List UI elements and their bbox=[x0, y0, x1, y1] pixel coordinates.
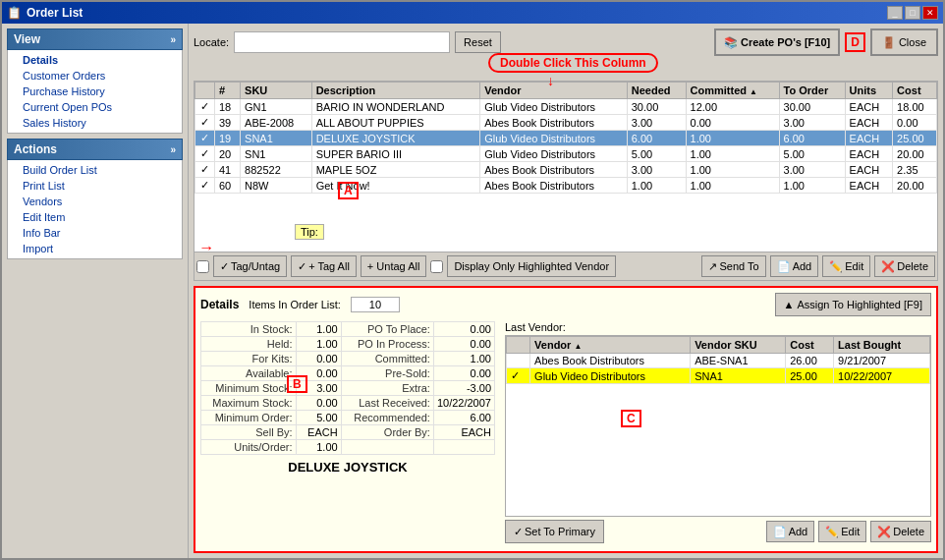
minimize-button[interactable]: _ bbox=[887, 6, 903, 20]
table-row[interactable]: ✓ 18 GN1 BARIO IN WONDERLAND Glub Video … bbox=[195, 99, 937, 115]
vendor-edit-icon: ✏️ bbox=[825, 526, 839, 538]
window-close-button[interactable]: ✕ bbox=[922, 6, 938, 20]
details-title: Details bbox=[200, 298, 239, 311]
table-row[interactable]: ✓ 19 SNA1 DELUXE JOYSTICK Glub Video Dis… bbox=[195, 131, 937, 146]
max-stock-value: 0.00 bbox=[296, 396, 341, 411]
table-delete-button[interactable]: ❌ Delete bbox=[874, 255, 935, 277]
view-expand-icon: » bbox=[170, 34, 176, 45]
sidebar-item-customer-orders[interactable]: Customer Orders bbox=[8, 68, 182, 84]
po-in-process-value: 0.00 bbox=[433, 337, 494, 352]
row-description: Get It Now! bbox=[311, 178, 480, 194]
vendor-edit-button[interactable]: ✏️ Edit bbox=[818, 521, 866, 542]
table-row[interactable]: ✓ 20 SN1 SUPER BARIO III Glub Video Dist… bbox=[195, 146, 937, 162]
details-left: In Stock: 1.00 PO To Place: 0.00 Held: 1… bbox=[200, 321, 495, 546]
po-in-process-label: PO In Process: bbox=[341, 337, 433, 352]
table-add-button[interactable]: 📄 Add bbox=[770, 255, 819, 277]
sidebar-item-edit-item[interactable]: Edit Item bbox=[8, 209, 182, 225]
row-check: ✓ bbox=[195, 131, 215, 146]
vendor-row-check bbox=[507, 354, 530, 368]
tag-untag-checkbox[interactable] bbox=[196, 260, 209, 273]
col-description[interactable]: Description bbox=[311, 83, 480, 99]
row-cost: 20.00 bbox=[893, 178, 937, 194]
row-to-order: 1.00 bbox=[779, 178, 845, 194]
table-edit-button[interactable]: ✏️ Edit bbox=[822, 255, 870, 277]
sidebar-item-vendors[interactable]: Vendors bbox=[8, 194, 182, 209]
actions-label: Actions bbox=[14, 142, 57, 156]
row-to-order: 3.00 bbox=[779, 115, 845, 131]
window-icon: 📋 bbox=[7, 6, 22, 20]
vendor-add-button[interactable]: 📄 Add bbox=[766, 521, 815, 542]
held-value: 1.00 bbox=[296, 337, 341, 352]
details-header: Details Items In Order List: ▲ Assign To… bbox=[200, 293, 931, 316]
row-check: ✓ bbox=[195, 99, 215, 115]
row-vendor: Glub Video Distributors bbox=[480, 99, 628, 115]
vendor-delete-icon: ❌ bbox=[877, 526, 891, 538]
row-to-order: 5.00 bbox=[779, 146, 845, 162]
col-num[interactable]: # bbox=[215, 83, 241, 99]
items-count-input[interactable] bbox=[351, 297, 400, 312]
main-window: 📋 Order List _ □ ✕ View » Details Custom… bbox=[0, 0, 945, 560]
maximize-button[interactable]: □ bbox=[905, 6, 920, 20]
row-cost: 25.00 bbox=[893, 131, 937, 146]
display-only-checkbox[interactable] bbox=[430, 260, 443, 273]
row-units: EACH bbox=[845, 162, 893, 178]
vcol-last-bought[interactable]: Last Bought bbox=[834, 337, 930, 354]
col-units[interactable]: Units bbox=[845, 83, 893, 99]
row-check: ✓ bbox=[195, 146, 215, 162]
table-row[interactable]: ✓ 60 N8W Get It Now! Abes Book Distribut… bbox=[195, 178, 937, 194]
vcol-cost[interactable]: Cost bbox=[786, 337, 834, 354]
sidebar-item-details[interactable]: Details bbox=[8, 52, 182, 68]
send-to-button[interactable]: ↗ Send To bbox=[701, 255, 765, 277]
add-icon: 📄 bbox=[777, 260, 791, 273]
reset-button[interactable]: Reset bbox=[455, 31, 501, 53]
assign-button[interactable]: ▲ Assign To Highlighted [F9] bbox=[775, 293, 931, 316]
row-vendor: Abes Book Distributors bbox=[480, 178, 628, 194]
actions-header[interactable]: Actions » bbox=[7, 139, 183, 160]
pre-sold-value: 0.00 bbox=[433, 366, 494, 381]
sidebar-item-print-list[interactable]: Print List bbox=[8, 178, 182, 194]
row-sku: GN1 bbox=[241, 99, 312, 115]
row-needed: 6.00 bbox=[627, 131, 686, 146]
untag-all-button[interactable]: + Untag All bbox=[361, 255, 427, 277]
sidebar-item-import[interactable]: Import bbox=[8, 241, 182, 256]
vcol-vendor[interactable]: Vendor ▲ bbox=[530, 337, 691, 354]
view-header[interactable]: View » bbox=[7, 28, 183, 50]
row-needed: 1.00 bbox=[627, 178, 686, 194]
row-cost: 2.35 bbox=[893, 162, 937, 178]
row-vendor: Glub Video Distributors bbox=[480, 146, 628, 162]
close-button[interactable]: 🚪 Close bbox=[870, 28, 938, 56]
table-row[interactable]: ✓ 39 ABE-2008 ALL ABOUT PUPPIES Abes Boo… bbox=[195, 115, 937, 131]
vcol-sku[interactable]: Vendor SKU bbox=[691, 337, 786, 354]
tag-untag-button[interactable]: ✓ Tag/Untag bbox=[213, 255, 287, 277]
col-sku[interactable]: SKU bbox=[241, 83, 312, 99]
display-only-button[interactable]: Display Only Highlighted Vendor bbox=[447, 255, 616, 277]
vendor-delete-button[interactable]: ❌ Delete bbox=[870, 521, 931, 542]
table-row[interactable]: ✓ 41 882522 MAPLE 5OZ Abes Book Distribu… bbox=[195, 162, 937, 178]
in-stock-value: 1.00 bbox=[296, 322, 341, 337]
window-title: Order List bbox=[27, 6, 83, 20]
sidebar-item-sales-history[interactable]: Sales History bbox=[8, 115, 182, 131]
col-needed[interactable]: Needed bbox=[627, 83, 686, 99]
sidebar-item-info-bar[interactable]: Info Bar bbox=[8, 225, 182, 241]
extra-label: Extra: bbox=[341, 381, 433, 396]
row-needed: 5.00 bbox=[627, 146, 686, 162]
sidebar-item-current-open-pos[interactable]: Current Open POs bbox=[8, 99, 182, 115]
locate-input[interactable] bbox=[234, 31, 450, 53]
sidebar-item-purchase-history[interactable]: Purchase History bbox=[8, 84, 182, 99]
create-po-button[interactable]: 📚 Create PO's [F10] bbox=[714, 28, 840, 56]
row-check: ✓ bbox=[195, 115, 215, 131]
row-description: ALL ABOUT PUPPIES bbox=[311, 115, 480, 131]
col-committed[interactable]: Committed ▲ bbox=[686, 83, 779, 99]
row-sku: SNA1 bbox=[241, 131, 312, 146]
tag-all-button[interactable]: ✓ + Tag All bbox=[291, 255, 357, 277]
available-value: 0.00 bbox=[296, 366, 341, 381]
set-primary-button[interactable]: ✓ Set To Primary bbox=[505, 520, 604, 543]
last-received-label: Last Received: bbox=[341, 396, 433, 411]
col-to-order[interactable]: To Order bbox=[779, 83, 845, 99]
row-needed: 3.00 bbox=[627, 162, 686, 178]
col-vendor[interactable]: Vendor bbox=[480, 83, 628, 99]
vendor-table-row[interactable]: ✓ Glub Video Distributors SNA1 25.00 10/… bbox=[507, 368, 930, 384]
sidebar-item-build-order-list[interactable]: Build Order List bbox=[8, 162, 182, 178]
vendor-table-row[interactable]: Abes Book Distributors ABE-SNA1 26.00 9/… bbox=[507, 354, 930, 368]
col-cost[interactable]: Cost bbox=[893, 83, 937, 99]
